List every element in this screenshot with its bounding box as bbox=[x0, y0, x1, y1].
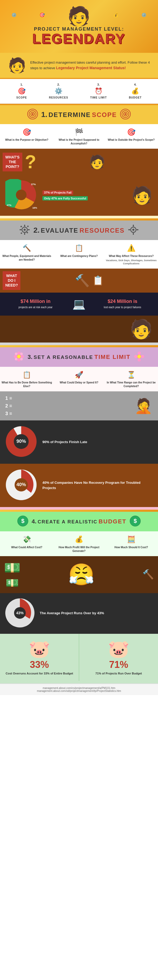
scope-q1-icon: 🎯 bbox=[1, 127, 52, 137]
standing-figure: 🧑 bbox=[130, 318, 153, 340]
budget-dollar-icon-2: $ bbox=[130, 515, 141, 528]
hammer-budget-icon: 🔨 bbox=[142, 569, 154, 580]
svg-point-39 bbox=[141, 355, 144, 358]
fail-badge: 37% of Projects Fail bbox=[42, 191, 73, 194]
scope-q3-icon: 🎯 bbox=[106, 127, 157, 137]
time-stat-40-label: 40% of Companies Have No Recovery Progra… bbox=[42, 480, 154, 491]
svg-point-29 bbox=[21, 355, 24, 358]
time-icon: ⏰ bbox=[95, 88, 103, 95]
time-pie-90: 90% bbox=[4, 425, 39, 460]
svg-point-28 bbox=[14, 355, 17, 358]
svg-point-26 bbox=[17, 352, 20, 355]
svg-text:$: $ bbox=[134, 518, 137, 524]
time-q1-icon: 📋 bbox=[1, 370, 52, 379]
svg-rect-11 bbox=[24, 225, 25, 227]
scope-target-icon bbox=[27, 109, 38, 121]
scope-section-label: DETERMINE bbox=[48, 111, 91, 118]
svg-point-31 bbox=[20, 353, 23, 355]
svg-rect-24 bbox=[137, 229, 139, 230]
budget-q2: 💰 How Much Profit Will the Project Gener… bbox=[53, 535, 105, 553]
time-flower-icon-2 bbox=[134, 351, 145, 363]
scope-target-icon-2 bbox=[120, 109, 131, 121]
svg-point-37 bbox=[138, 358, 141, 361]
reading-figure: 🧑 bbox=[131, 185, 153, 205]
section-divider-2 bbox=[0, 345, 158, 347]
svg-rect-22 bbox=[133, 233, 134, 235]
scope-questions: 🎯 What is the Purpose or Objective? 🏁 Wh… bbox=[0, 124, 158, 149]
time-q3-icon: ⏳ bbox=[106, 370, 157, 379]
stat-74-million: $74 Million in projects are at risk each… bbox=[4, 299, 67, 309]
scope-q2-icon: 🏁 bbox=[53, 127, 105, 137]
resources-gear-icon-2 bbox=[128, 224, 139, 236]
resources-gear-icon bbox=[19, 224, 30, 236]
svg-text:40%: 40% bbox=[16, 482, 26, 487]
budget-43-area: 43% The Average Project Runs Over by 43% bbox=[0, 593, 158, 634]
svg-rect-18 bbox=[27, 226, 29, 228]
time-section-highlight: TIME LIMIT bbox=[94, 353, 131, 360]
time-stat-90-label: 90% of Projects Finish Late bbox=[42, 439, 87, 445]
scope-q3: 🎯 What is Outside the Project's Scope? bbox=[106, 127, 157, 145]
section-time: 3. SET A REASONABLE TIME LIMIT 📋 What Ha… bbox=[0, 347, 158, 510]
scope-person-figure: 🧑 bbox=[89, 154, 105, 170]
budget-header: $ 4. CREATE A REALISTIC BUDGET $ bbox=[0, 512, 158, 531]
time-q2-icon: 🚀 bbox=[53, 370, 105, 379]
number-list: 1 ≡ 2 ≡ 3 ≡ bbox=[5, 395, 12, 417]
budget-q2-icon: 💰 bbox=[53, 535, 105, 544]
gear-icon-left: ⚙️ bbox=[11, 13, 17, 18]
budget-section-num: 4. bbox=[32, 518, 36, 525]
svg-rect-17 bbox=[20, 232, 22, 234]
what-need-row: WHAT DO I NEED? 🔨 📋 bbox=[0, 269, 158, 293]
resources-icon: ⚙️ bbox=[55, 88, 63, 95]
svg-point-8 bbox=[16, 189, 26, 200]
piggy-71-pct: 71% bbox=[83, 659, 154, 670]
time-section-num: 3. bbox=[27, 353, 32, 360]
section-scope: 1. DETERMINE SCOPE 🎯 What is the Purpose… bbox=[0, 105, 158, 218]
time-q2: 🚀 What Could Delay or Speed It? bbox=[53, 370, 105, 388]
section-divider-1 bbox=[0, 218, 158, 221]
svg-point-32 bbox=[15, 358, 18, 361]
piggy-71: 🐷 71% 71% of Projects Run Over Budget bbox=[79, 634, 158, 681]
intro-text: Effective project management takes caref… bbox=[30, 60, 150, 71]
budget-q3: 🧮 How Much Should It Cost? bbox=[106, 535, 157, 553]
steps-row: 1. 🎯 SCOPE 2. ⚙️ RESOURCES 3. ⏰ TIME LIM… bbox=[0, 79, 158, 104]
whats-point-row: WHAT'S THE POINT? ? 🧑 bbox=[0, 149, 158, 175]
resources-section-highlight: RESOURCES bbox=[79, 227, 124, 234]
laptop-stats-area: $74 Million in projects are at risk each… bbox=[0, 293, 158, 316]
section-divider-3 bbox=[0, 510, 158, 512]
svg-point-3 bbox=[32, 113, 34, 115]
step-scope: 1. 🎯 SCOPE bbox=[16, 83, 27, 99]
section-resources: 2. EVALUATE RESOURCES 🔨 What People, Equ… bbox=[0, 221, 158, 345]
svg-point-40 bbox=[137, 355, 141, 358]
step-budget: 4. 💰 BUDGET bbox=[129, 83, 142, 99]
budget-q1: 💸 What Could Affect Cost? bbox=[1, 535, 52, 553]
scope-stat-labels: 37% of Projects Fail Only 47% are Fully … bbox=[42, 191, 88, 200]
scope-pie-chart: 37% 16% 47% bbox=[5, 179, 37, 212]
hero-icons: ⚙️ 🎯 🧑 💰 ⚙️ bbox=[0, 3, 158, 27]
resources-section-label: EVALUATE bbox=[41, 227, 79, 234]
resources-q3: ⚠️ What May Affect These Resources? Vaca… bbox=[106, 243, 157, 266]
whats-point-label: WHAT'S THE POINT? bbox=[3, 153, 22, 172]
time-figure: 🤦 bbox=[134, 398, 153, 415]
time-40-area: 40% 40% of Companies Have No Recovery Pr… bbox=[0, 464, 158, 507]
resources-figure-area: 🧑 bbox=[0, 316, 158, 342]
scope-icon: 🎯 bbox=[18, 88, 26, 95]
svg-point-36 bbox=[138, 352, 141, 355]
dollar-sign-big2: 💵 bbox=[6, 577, 19, 589]
svg-rect-15 bbox=[20, 226, 22, 228]
resources-q2: 📋 What are Contingency Plans? bbox=[53, 243, 105, 266]
budget-q1-icon: 💸 bbox=[1, 535, 52, 544]
piggy-icon-33: 🐷 bbox=[4, 639, 75, 659]
footer: management.about.com/cs/projectmanagemen… bbox=[0, 683, 158, 695]
budget-pie-43: 43% bbox=[4, 597, 36, 630]
question-mark-icon: ? bbox=[25, 151, 36, 172]
svg-point-33 bbox=[20, 358, 23, 361]
resources-q3-icon: ⚠️ bbox=[106, 243, 157, 253]
scope-header: 1. DETERMINE SCOPE bbox=[0, 105, 158, 124]
resources-q1-icon: 🔨 bbox=[1, 243, 52, 253]
svg-point-7 bbox=[124, 113, 126, 115]
stat-24-million: $24 Million is lost each year to project… bbox=[91, 299, 154, 309]
budget-section-label: CREATE A REALISTIC bbox=[38, 519, 97, 525]
svg-rect-13 bbox=[19, 229, 21, 230]
time-q1: 📋 What Has to Be Done Before Something E… bbox=[1, 370, 52, 388]
hero-figure: 🧑 bbox=[67, 5, 90, 27]
